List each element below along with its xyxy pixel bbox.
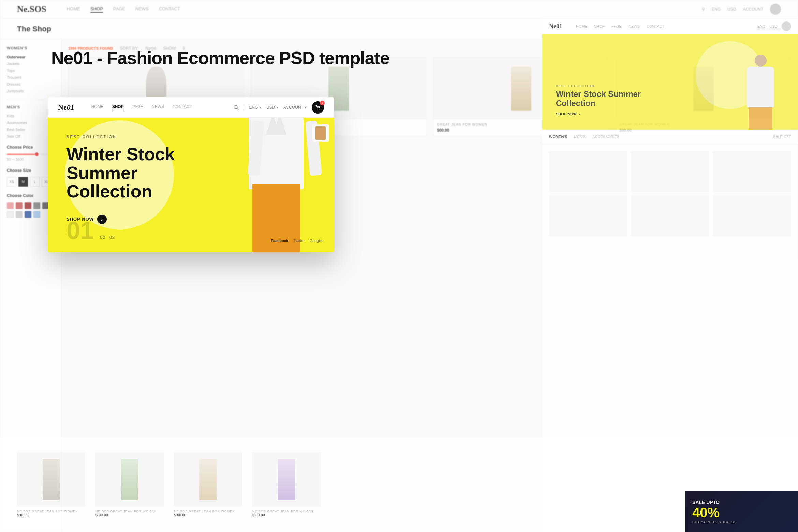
- bg-sale-text: SALE UPTO 40% GREAT NEEDS DRESS: [692, 500, 737, 524]
- bg-nav: Ne.SOS HOME SHOP PAGE NEWS CONTACT ⚲ ENG…: [0, 0, 798, 19]
- modal-nav-links: HOME SHOP PAGE NEWS CONTACT: [91, 104, 192, 110]
- bg-sidebar-accessories: Accessories: [7, 119, 54, 126]
- modal-cart-badge: 1: [320, 101, 325, 105]
- bg-price-fill: [7, 154, 35, 155]
- modal-title-line2: Collection: [66, 181, 152, 201]
- modal-nav-lang[interactable]: ENG ▾: [249, 105, 261, 110]
- bg-sidebar-outerwear: Outerwear: [7, 54, 54, 60]
- modal-nav-cart[interactable]: 1: [312, 101, 324, 114]
- modal-page-2[interactable]: 02: [100, 235, 105, 240]
- bg-right-nav-news: NEWS: [629, 24, 640, 28]
- modal-search-icon[interactable]: [233, 105, 239, 110]
- modal-nav-page[interactable]: PAGE: [132, 104, 143, 110]
- modal-right-products: [312, 124, 329, 142]
- modal-nav-account[interactable]: ACCOUNT ▾: [283, 105, 307, 110]
- bg-right-cat-womens: WOMEN'S: [549, 135, 567, 139]
- bg-price-thumb[interactable]: [35, 152, 39, 156]
- bg-right-jacket: [747, 66, 774, 107]
- bg-color-title: Choose Color: [7, 193, 54, 198]
- bg-size-xs[interactable]: XS: [7, 177, 16, 187]
- bg-nav-lang: ENG: [712, 7, 721, 12]
- bg-swatch-7[interactable]: [16, 211, 23, 218]
- bg-bottom-price-4: $ 00.00: [252, 513, 321, 517]
- bg-bottom-price-1: $ 00.00: [17, 513, 85, 517]
- bg-right-item-4: [549, 195, 627, 236]
- modal-page-3[interactable]: 03: [109, 235, 115, 240]
- modal-nav-currency[interactable]: USD ▾: [266, 105, 278, 110]
- bg-right-lang: ENG: [757, 24, 766, 28]
- bg-right-skirt: [749, 107, 772, 130]
- bg-nav-search-icon: ⚲: [702, 7, 705, 12]
- person-figure: [228, 97, 324, 252]
- modal-nav-news[interactable]: NEWS: [152, 104, 164, 110]
- bg-right-nav-home: HOME: [576, 24, 587, 28]
- modal-social-facebook[interactable]: Facebook: [271, 239, 288, 243]
- bg-price-track: [7, 154, 54, 155]
- bg-sale-subtitle: GREAT NEEDS DRESS: [692, 520, 737, 524]
- modal-navbar: Ne01 HOME SHOP PAGE NEWS CONTACT ENG ▾ U…: [48, 97, 334, 118]
- bg-swatch-4[interactable]: [33, 202, 40, 209]
- bg-sale-label: SALE UPTO: [692, 500, 737, 505]
- bg-right-item-5: [631, 195, 709, 236]
- modal-logo-ne: Ne: [58, 103, 67, 112]
- bg-right-hero-person: [740, 55, 781, 130]
- bg-right-nav-right: ENG USD: [757, 21, 791, 31]
- modal-nav-home[interactable]: HOME: [91, 104, 104, 110]
- bg-sidebar-tops: Tops: [7, 67, 54, 74]
- modal-right-product-1[interactable]: [312, 124, 329, 142]
- bg-right-hero-text: BEST COLLECTION Winter Stock Summer Coll…: [556, 84, 641, 116]
- modal-nav-right: ENG ▾ USD ▾ ACCOUNT ▾ 1: [233, 101, 324, 114]
- bg-sidebar-jackets: Jackets: [7, 60, 54, 67]
- bg-right-item-3: [713, 151, 791, 192]
- bg-right-categories: WOMEN'S MEN'S ACCESSORIES SALE OFF: [542, 130, 798, 144]
- bg-sidebar-trousers: Trousers: [7, 74, 54, 81]
- bg-sidebar-jumpsuits: Jumpsuits: [7, 88, 54, 94]
- bg-right-avatar: [782, 21, 791, 31]
- bg-swatch-8[interactable]: [25, 211, 31, 218]
- bg-swatch-6[interactable]: [7, 211, 14, 218]
- bg-bottom-fig-4: [278, 459, 295, 500]
- bg-womens-title: WOMEN'S: [7, 46, 54, 50]
- bg-right-hero-subtitle: BEST COLLECTION: [556, 84, 641, 88]
- modal-social-google[interactable]: Google+: [310, 239, 324, 243]
- bg-bottom-price-3: $ 00.00: [174, 513, 242, 517]
- bg-size-boxes: XS M L XL: [7, 177, 54, 187]
- bg-nav-right: ⚲ ENG USD ACCOUNT: [702, 4, 781, 15]
- bg-swatch-9[interactable]: [33, 211, 40, 218]
- bg-bottom-strip: NE.SOS GREAT JEAN FOR WOMEN $ 00.00 NE.S…: [0, 437, 798, 532]
- bg-nav-currency: USD: [727, 7, 736, 12]
- bg-swatch-1[interactable]: [7, 202, 14, 209]
- title-overlay: Ne01 - Fashion Ecommerce PSD template: [51, 48, 389, 68]
- bg-nav-links: HOME SHOP PAGE NEWS CONTACT: [67, 6, 180, 13]
- bg-size-m[interactable]: M: [18, 177, 28, 187]
- bg-sidebar-saleoff: Sale Off: [7, 133, 54, 140]
- bg-right-nav: Ne01 HOME SHOP PAGE NEWS CONTACT ENG USD: [542, 19, 798, 34]
- bg-right-head: [755, 55, 767, 66]
- modal-person: [218, 97, 334, 252]
- bg-nav-news: NEWS: [135, 6, 149, 13]
- modal-nav-shop[interactable]: SHOP: [112, 104, 124, 110]
- modal-nav-logo: Ne01: [58, 103, 74, 112]
- bg-swatch-3[interactable]: [25, 202, 31, 209]
- bg-bottom-name-1: NE.SOS GREAT JEAN FOR WOMEN: [17, 509, 85, 513]
- bg-bottom-product-2: NE.SOS GREAT JEAN FOR WOMEN $ 00.00: [95, 452, 164, 517]
- bg-price-section: Choose Price $0 — $500: [7, 145, 54, 161]
- modal-thumb-bag: [315, 126, 326, 140]
- bg-bottom-product-3: NE.SOS GREAT JEAN FOR WOMEN $ 00.00: [174, 452, 242, 517]
- modal-social-twitter[interactable]: Twitter: [294, 239, 305, 243]
- bg-right-hero-section: BEST COLLECTION Winter Stock Summer Coll…: [542, 34, 798, 130]
- bg-swatch-2[interactable]: [16, 202, 23, 209]
- modal-socials: Facebook Twitter Google+: [271, 239, 324, 243]
- bg-bottom-fig-3: [200, 459, 217, 500]
- bg-size-l[interactable]: L: [30, 177, 40, 187]
- bg-page-title: The Shop: [17, 25, 51, 33]
- modal-logo-01: 01: [67, 103, 74, 112]
- modal-nav-contact[interactable]: CONTACT: [173, 104, 192, 110]
- modal-pagination: 01 02 03: [66, 218, 115, 243]
- bg-nav-contact: CONTACT: [159, 6, 180, 13]
- bg-right-usd: USD: [770, 24, 778, 28]
- modal-right: Facebook Twitter Google+: [218, 97, 334, 252]
- modal-nav-divider: [244, 104, 244, 111]
- bg-color-swatches: [7, 202, 54, 218]
- bg-right-item-2: [631, 151, 709, 192]
